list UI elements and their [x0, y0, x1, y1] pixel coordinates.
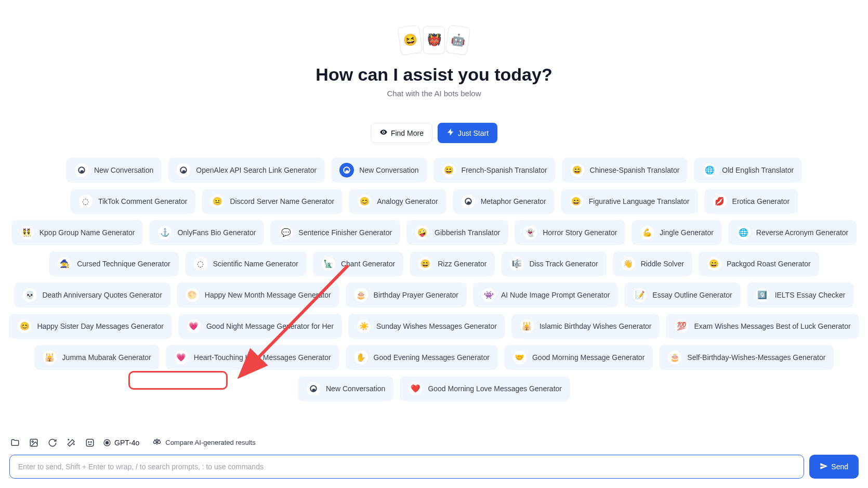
bot-chip[interactable]: 🌐Old English Translator — [694, 158, 802, 183]
bot-chip[interactable]: 🎂Self-Birthday-Wishes-Messages Generator — [659, 345, 834, 370]
bot-chip-label: Islamic Birthday Wishes Generator — [540, 322, 652, 330]
bot-chip[interactable]: 😄Rizz Generator — [410, 251, 495, 276]
bot-chip-icon: 💗 — [174, 350, 189, 365]
wand-icon[interactable] — [65, 437, 77, 448]
bot-chip-icon: 🌐 — [702, 163, 717, 177]
bot-chip[interactable]: 👯Kpop Group Name Generator — [11, 220, 143, 245]
bot-chip-icon: 🎂 — [667, 350, 682, 365]
bot-chip-label: New Conversation — [326, 384, 385, 393]
emoji-card: 🤖 — [445, 24, 470, 55]
page-subtitle: Chat with the AI bots below — [0, 89, 868, 98]
bot-chip-label: Horror Story Generator — [543, 228, 617, 237]
smile-icon[interactable] — [84, 437, 96, 448]
bot-chip[interactable]: 🎼Diss Track Generator — [501, 251, 606, 276]
bot-chip[interactable]: 💗Good Night Message Generator for Her — [178, 314, 342, 339]
bot-chip-label: Reverse Acronym Generator — [756, 228, 848, 237]
bot-chip-label: Happy New Month Message Generator — [205, 291, 331, 299]
bottom-bar: GPT-4o Compare AI-generated results Send — [0, 429, 868, 488]
bot-chip[interactable]: 💬Sentence Finisher Generator — [270, 220, 400, 245]
bot-chip-label: New Conversation — [359, 166, 418, 174]
bot-chip[interactable]: ☀️Sunday Wishes Messages Generator — [348, 314, 505, 339]
bot-chip[interactable]: 🌐Reverse Acronym Generator — [728, 220, 857, 245]
bot-chip[interactable]: 9️⃣IELTS Essay Checker — [747, 282, 854, 307]
bot-chip[interactable]: 👋Riddle Solver — [613, 251, 692, 276]
bot-chip[interactable]: 🎂Birthday Prayer Generator — [346, 282, 467, 307]
bot-chip[interactable]: New Conversation — [66, 158, 162, 183]
folder-icon[interactable] — [9, 437, 21, 448]
bot-chip-label: Chinese-Spanish Translator — [590, 166, 680, 174]
bot-chip[interactable]: 💗Heart-Touching Love Messages Generator — [166, 345, 339, 370]
bot-chip-icon: 😄 — [570, 163, 585, 177]
bot-chip-icon: 🕌 — [520, 319, 534, 333]
bot-chip[interactable]: OpenAlex API Search Link Generator — [168, 158, 325, 183]
bot-chip[interactable]: 🕌Islamic Birthday Wishes Generator — [511, 314, 660, 339]
bot-chip-icon: 😄 — [707, 256, 721, 271]
bot-chip[interactable]: 🗽Chant Generator — [313, 251, 403, 276]
scale-icon — [153, 438, 161, 447]
bot-chip[interactable]: 🧙Cursed Technique Generator — [49, 251, 179, 276]
bot-chip[interactable]: 👻Horror Story Generator — [515, 220, 625, 245]
bot-chip-label: Scientific Name Generator — [213, 260, 298, 268]
bot-chip-label: Heart-Touching Love Messages Generator — [194, 353, 331, 362]
bot-chip[interactable]: Metaphor Generator — [453, 189, 555, 214]
bot-chip[interactable]: 💯Exam Wishes Messages Best of Luck Gener… — [666, 314, 859, 339]
bot-chip[interactable]: 🕌Jumma Mubarak Generator — [34, 345, 160, 370]
emoji-card: 😆 — [397, 24, 423, 55]
bot-chip[interactable]: 👾AI Nude Image Prompt Generator — [473, 282, 618, 307]
bot-chip-icon: 😊 — [357, 194, 372, 209]
bot-chip-icon: ☀️ — [357, 319, 371, 333]
bot-chip-label: Diss Track Generator — [529, 260, 598, 268]
bot-chip[interactable]: 😄Chinese-Spanish Translator — [562, 158, 688, 183]
bot-chip[interactable]: ❤️Good Morning Love Messages Generator — [400, 376, 570, 401]
chat-input[interactable] — [9, 455, 804, 479]
bot-chip[interactable]: New Conversation — [298, 376, 393, 401]
bot-chip-icon: 😄 — [418, 256, 432, 271]
bot-chip[interactable]: 🤝Good Morning Message Generator — [504, 345, 653, 370]
send-label: Send — [831, 463, 848, 471]
bot-chip-label: Happy Sister Day Messages Generator — [37, 322, 164, 330]
compare-button[interactable]: Compare AI-generated results — [147, 434, 261, 451]
bot-chip-label: Kpop Group Name Generator — [40, 228, 135, 237]
bot-chip[interactable]: 💀Death Anniversary Quotes Generator — [14, 282, 170, 307]
send-button[interactable]: Send — [809, 455, 859, 479]
bot-chip[interactable]: 🤪Gibberish Translator — [406, 220, 508, 245]
model-selector[interactable]: GPT-4o — [103, 439, 139, 447]
bot-chip[interactable]: 😄Packgod Roast Generator — [699, 251, 819, 276]
bot-chip[interactable]: 📝Essay Outline Generator — [624, 282, 740, 307]
bot-chip[interactable]: ✋Good Evening Messages Generator — [346, 345, 498, 370]
bot-chip[interactable]: New Conversation — [331, 158, 427, 183]
bot-chip-icon: ◌ — [78, 194, 93, 209]
bot-chip[interactable]: 🌕Happy New Month Message Generator — [177, 282, 339, 307]
bot-chip[interactable]: 😄Figurative Language Translator — [561, 189, 698, 214]
find-more-label: Find More — [391, 129, 424, 137]
bot-chip[interactable]: 😄French-Spanish Translator — [433, 158, 556, 183]
bot-chip-icon: 🤪 — [415, 225, 429, 240]
bot-chip[interactable]: 😊Happy Sister Day Messages Generator — [9, 314, 172, 339]
bot-chip-label: AI Nude Image Prompt Generator — [501, 291, 610, 299]
bot-chip[interactable]: ◌TikTok Comment Generator — [70, 189, 195, 214]
input-toolbar: GPT-4o Compare AI-generated results — [9, 434, 859, 451]
image-icon[interactable] — [28, 437, 40, 448]
bot-chip-icon: 😄 — [569, 194, 584, 209]
bot-chip-label: TikTok Comment Generator — [98, 197, 187, 206]
model-label: GPT-4o — [114, 439, 139, 447]
bot-chip[interactable]: ◌Scientific Name Generator — [185, 251, 307, 276]
refresh-icon[interactable] — [47, 437, 58, 448]
lightning-icon — [446, 128, 455, 138]
openai-icon — [103, 439, 111, 447]
bot-chip[interactable]: 😐Discord Server Name Generator — [202, 189, 343, 214]
bot-chip-icon: 🌐 — [737, 225, 751, 240]
bot-chip-label: Sentence Finisher Generator — [298, 228, 392, 237]
bot-chip[interactable]: 😊Analogy Generator — [349, 189, 446, 214]
bot-chip[interactable]: 💪Jingle Generator — [632, 220, 722, 245]
bot-chip[interactable]: 💋Erotica Generator — [704, 189, 798, 214]
bot-chip-icon: 💯 — [674, 319, 689, 333]
find-more-button[interactable]: Find More — [371, 123, 432, 143]
just-start-button[interactable]: Just Start — [438, 123, 497, 143]
bot-chip[interactable]: ⚓OnlyFans Bio Generator — [149, 220, 264, 245]
bot-chip-label: New Conversation — [94, 166, 153, 174]
bot-chip-icon: ❤️ — [408, 381, 423, 396]
emoji-cards: 😆 👹 🤖 — [0, 26, 868, 54]
eye-icon — [379, 128, 388, 138]
bot-chip-icon: 👾 — [481, 288, 496, 302]
